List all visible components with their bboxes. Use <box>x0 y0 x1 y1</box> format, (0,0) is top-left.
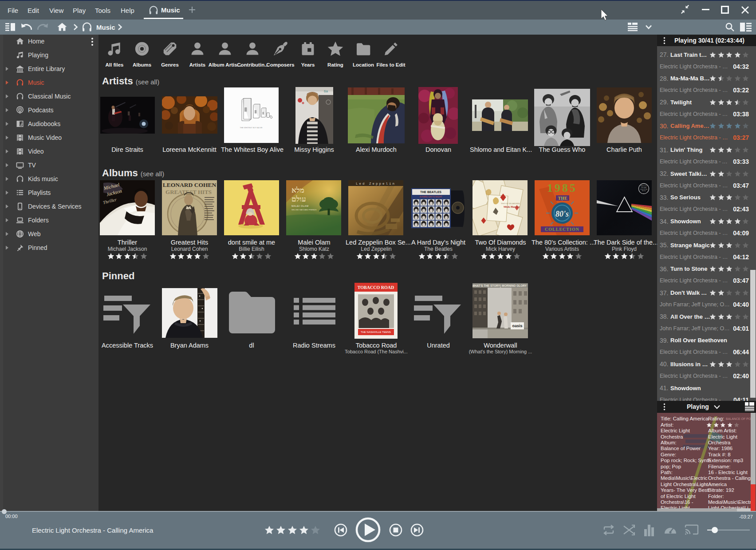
svg-text:LEONARD COHEN: LEONARD COHEN <box>163 182 217 188</box>
svg-text:Led Zeppelin: Led Zeppelin <box>356 182 396 186</box>
svg-text:THE NASHVILLE TEENS: THE NASHVILLE TEENS <box>361 331 391 333</box>
svg-text:TWO OF DIAMONDS: TWO OF DIAMONDS <box>501 202 520 205</box>
svg-text:SIDE OF THE: SIDE OF THE <box>640 189 648 190</box>
svg-text:THE: THE <box>558 196 567 201</box>
svg-text:THE DARK: THE DARK <box>641 187 646 189</box>
svg-text:MALEI OLAM: MALEI OLAM <box>291 205 309 207</box>
svg-text:6a: 6a <box>324 89 328 93</box>
svg-text:Mick Harvey: Mick Harvey <box>504 205 520 208</box>
svg-text:THE WHITEST BOY ALIVE: THE WHITEST BOY ALIVE <box>240 127 262 129</box>
svg-text:A HARD DAY'S NIGHT: A HARD DAY'S NIGHT <box>419 195 442 198</box>
svg-text:oasis: oasis <box>512 324 522 328</box>
svg-text:SHLOMO KATZ AND FRIENDS: SHLOMO KATZ AND FRIENDS <box>291 209 317 211</box>
svg-text:COLLECTION: COLLECTION <box>545 227 579 232</box>
svg-text:1985: 1985 <box>547 182 577 194</box>
svg-text:(WHAT'S THE STORY) MORNING GLO: (WHAT'S THE STORY) MORNING GLORY ? <box>472 284 528 288</box>
svg-text:BALANCE OF POWER: BALANCE OF POWER <box>726 417 751 420</box>
svg-text:PINK FLOYD: PINK FLOYD <box>640 185 647 187</box>
svg-text:TOBACCO ROAD: TOBACCO ROAD <box>358 285 394 290</box>
svg-text:עולם: עולם <box>291 195 306 203</box>
svg-text:MOON: MOON <box>642 190 646 192</box>
svg-text:THE BEATLES: THE BEATLES <box>420 190 441 194</box>
svg-text:80's: 80's <box>555 210 569 218</box>
svg-text:מלא: מלא <box>291 186 304 194</box>
